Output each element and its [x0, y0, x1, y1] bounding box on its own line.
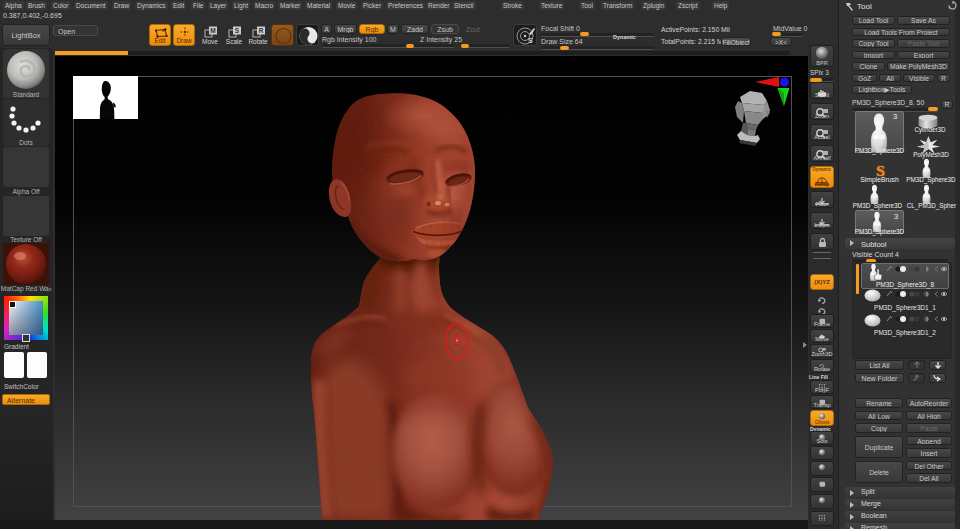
svg-text:M: M [210, 27, 215, 34]
svg-text:S: S [528, 37, 533, 44]
svg-text:R: R [259, 27, 264, 34]
svg-text:S: S [235, 27, 240, 34]
